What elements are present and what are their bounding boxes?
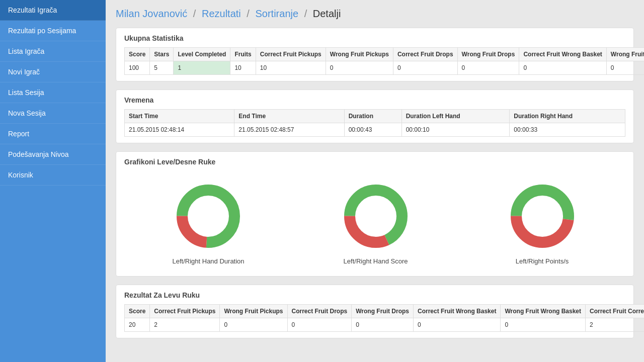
svg-point-11	[522, 196, 562, 236]
breadcrumb-sep-3: /	[304, 8, 307, 19]
cell-duration-right: 00:00:33	[510, 123, 625, 137]
donut-chart	[341, 181, 411, 251]
col-wrong-fruit-drops: Wrong Fruit Drops	[457, 48, 519, 61]
ukupna-table: Score Stars Level Completed Fruits Corre…	[124, 47, 644, 75]
leva-header-row: Score Correct Fruit Pickups Wrong Fruit …	[125, 305, 645, 318]
leva-cell-cfp: 2	[150, 318, 220, 332]
leva-cell-cfcb: 2	[586, 318, 644, 332]
col-wrong-fruit-wrong-basket: Wrong Fruit Wrong Basket	[606, 48, 644, 61]
sidebar-item-report[interactable]: Report	[0, 124, 106, 144]
sidebar-item-rezultati-igraca[interactable]: Rezultati Igrača	[0, 0, 106, 21]
col-score: Score	[125, 48, 150, 61]
sidebar-item-korisnik[interactable]: Korisnik	[0, 165, 106, 186]
breadcrumb: Milan Jovanović / Rezultati / Sortiranje…	[116, 8, 634, 20]
col-duration-left-hand: Duration Left Hand	[401, 110, 510, 123]
chart-item: Left/Right Hand Duration	[172, 181, 244, 265]
donut-chart	[507, 181, 578, 251]
breadcrumb-sortiranje[interactable]: Sortiranje	[255, 8, 298, 19]
svg-point-3	[188, 196, 228, 236]
chart-item: Left/Right Points/s	[507, 181, 578, 265]
breadcrumb-sep-2: /	[247, 8, 250, 19]
leva-cell-wfp: 0	[220, 318, 287, 332]
leva-col-wfp: Wrong Fruit Pickups	[220, 305, 287, 318]
charts-container: Left/Right Hand Duration Left/Right Hand…	[124, 171, 625, 270]
col-start-time: Start Time	[125, 110, 234, 123]
sidebar: Rezultati Igrača Rezultati po Sesijama L…	[0, 0, 106, 362]
breadcrumb-sep-1: /	[193, 8, 196, 19]
leva-cell-cfwb: 0	[413, 318, 500, 332]
leva-col-cfp: Correct Fruit Pickups	[150, 305, 220, 318]
col-correct-fruit-drops: Correct Fruit Drops	[393, 48, 457, 61]
col-duration-right-hand: Duration Right Hand	[510, 110, 625, 123]
ukupna-header-row: Score Stars Level Completed Fruits Corre…	[125, 48, 645, 61]
leva-cell-score: 20	[125, 318, 150, 332]
cell-score: 100	[125, 61, 150, 75]
leva-col-wfwb: Wrong Fruit Wrong Basket	[501, 305, 586, 318]
vremena-data-row: 21.05.2015 02:48:14 21.05.2015 02:48:57 …	[125, 123, 625, 137]
cell-correct-fruit-drops: 0	[393, 61, 457, 75]
cell-fruits: 10	[230, 61, 256, 75]
cell-correct-fruit-wrong-basket: 0	[519, 61, 606, 75]
cell-end-time: 21.05.2015 02:48:57	[234, 123, 344, 137]
grafikoni-card: Grafikoni Leve/Desne Ruke Left/Right Han…	[116, 151, 634, 277]
chart-label: Left/Right Hand Duration	[172, 257, 244, 265]
vremena-table: Start Time End Time Duration Duration Le…	[124, 109, 625, 137]
ukupna-statistika-card: Ukupna Statistika Score Stars Level Comp…	[116, 28, 634, 81]
cell-start-time: 21.05.2015 02:48:14	[125, 123, 234, 137]
donut-chart	[173, 181, 244, 251]
ukupna-data-row: 100 5 1 10 10 0 0 0 0 0 10	[125, 61, 645, 75]
cell-correct-fruit-pickups: 10	[256, 61, 326, 75]
ukupna-statistika-title: Ukupna Statistika	[124, 34, 625, 42]
col-end-time: End Time	[234, 110, 344, 123]
chart-label: Left/Right Hand Score	[344, 257, 408, 265]
sidebar-item-lista-sesija[interactable]: Lista Sesija	[0, 82, 106, 103]
breadcrumb-rezultati[interactable]: Rezultati	[202, 8, 241, 19]
col-duration: Duration	[344, 110, 401, 123]
leva-ruka-title: Rezultat Za Levu Ruku	[124, 291, 625, 299]
col-stars: Stars	[150, 48, 174, 61]
vremena-title: Vremena	[124, 96, 625, 104]
leva-cell-wfd: 0	[352, 318, 414, 332]
col-fruits: Fruits	[230, 48, 256, 61]
cell-wrong-fruit-pickups: 0	[326, 61, 393, 75]
col-correct-fruit-pickups: Correct Fruit Pickups	[256, 48, 326, 61]
sidebar-item-nova-sesija[interactable]: Nova Sesija	[0, 103, 106, 124]
chart-item: Left/Right Hand Score	[341, 181, 411, 265]
breadcrumb-detalji: Detalji	[313, 8, 341, 19]
cell-duration: 00:00:43	[344, 123, 401, 137]
leva-col-cfd: Correct Fruit Drops	[287, 305, 352, 318]
leva-cell-cfd: 0	[287, 318, 352, 332]
leva-col-score: Score	[125, 305, 150, 318]
svg-point-7	[356, 196, 396, 236]
grafikoni-title: Grafikoni Leve/Desne Ruke	[124, 158, 625, 166]
cell-stars: 5	[150, 61, 174, 75]
leva-col-cfcb: Correct Fruit Correct Basket	[586, 305, 644, 318]
leva-data-row: 20 2 0 0 0 0 0 2	[125, 318, 645, 332]
sidebar-item-lista-igraca[interactable]: Lista Igrača	[0, 41, 106, 62]
col-wrong-fruit-pickups: Wrong Fruit Pickups	[326, 48, 393, 61]
vremena-card: Vremena Start Time End Time Duration Dur…	[116, 89, 634, 143]
leva-col-cfwb: Correct Fruit Wrong Basket	[413, 305, 500, 318]
sidebar-item-rezultati-po-sesijama[interactable]: Rezultati po Sesijama	[0, 21, 106, 41]
sidebar-item-podesavanja-nivoa[interactable]: Podešavanja Nivoa	[0, 144, 106, 165]
leva-table: Score Correct Fruit Pickups Wrong Fruit …	[124, 304, 644, 332]
cell-level-completed: 1	[174, 61, 230, 75]
col-level-completed: Level Completed	[174, 48, 230, 61]
main-content: Milan Jovanović / Rezultati / Sortiranje…	[106, 0, 644, 362]
leva-ruka-card: Rezultat Za Levu Ruku Score Correct Frui…	[116, 285, 634, 338]
chart-label: Left/Right Points/s	[516, 257, 569, 265]
leva-col-wfd: Wrong Fruit Drops	[352, 305, 414, 318]
cell-wrong-fruit-wrong-basket: 0	[606, 61, 644, 75]
cell-wrong-fruit-drops: 0	[457, 61, 519, 75]
col-correct-fruit-wrong-basket: Correct Fruit Wrong Basket	[519, 48, 606, 61]
cell-duration-left: 00:00:10	[401, 123, 510, 137]
breadcrumb-milan[interactable]: Milan Jovanović	[116, 8, 187, 19]
leva-cell-wfwb: 0	[501, 318, 586, 332]
vremena-header-row: Start Time End Time Duration Duration Le…	[125, 110, 625, 123]
sidebar-item-novi-igrac[interactable]: Novi Igrač	[0, 62, 106, 82]
